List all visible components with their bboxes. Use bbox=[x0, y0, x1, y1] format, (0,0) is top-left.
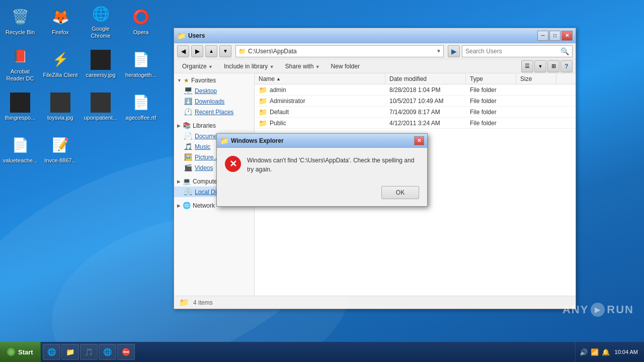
taskbar-item-security[interactable]: ⛔ bbox=[117, 344, 135, 360]
videos-icon-nav: 🎬 bbox=[184, 164, 192, 171]
dialog-title-icon: 📁 bbox=[220, 137, 228, 145]
taskbar-item-ie[interactable]: 🌐 bbox=[43, 344, 60, 360]
ie-icon: 🌐 bbox=[47, 348, 56, 356]
icon-label-chrome: Google Chrome bbox=[83, 26, 119, 39]
desktop-icon-recycle-bin[interactable]: 🗑️ Recycle Bin bbox=[0, 0, 40, 43]
computer-label: Computer bbox=[193, 178, 219, 185]
tray-icon-network[interactable]: 📶 bbox=[591, 348, 599, 356]
computer-arrow: ▶ bbox=[177, 179, 181, 184]
col-header-size[interactable]: Size bbox=[516, 73, 556, 84]
desktop-icon-careersy[interactable]: careersy.jpg bbox=[80, 43, 121, 85]
share-with-arrow: ▼ bbox=[315, 64, 320, 69]
start-button[interactable]: Start bbox=[0, 342, 41, 362]
organize-arrow: ▼ bbox=[208, 64, 213, 69]
minimize-button[interactable]: ─ bbox=[537, 31, 548, 41]
file-type-admin: File folder bbox=[466, 86, 516, 94]
desktop-icon-chrome[interactable]: 🌐 Google Chrome bbox=[80, 0, 121, 43]
folder-icon: 📁 bbox=[259, 119, 267, 127]
include-library-menu[interactable]: Include in library ▼ bbox=[219, 61, 279, 72]
table-row[interactable]: 📁 Default 7/14/2009 8:17 AM File folder bbox=[255, 107, 576, 118]
file-name-administrator: 📁 Administrator bbox=[255, 97, 385, 105]
col-header-date[interactable]: Date modified bbox=[385, 73, 466, 84]
taskbar: Start 🌐 📁 🎵 🌐 ⛔ 🔊 📶 🔔 10:04 AM bbox=[0, 342, 644, 362]
table-row[interactable]: 📁 Public 4/12/2011 3:24 AM File folder bbox=[255, 118, 576, 129]
desktop-icon-toysvia[interactable]: toysvia.jpg bbox=[40, 85, 80, 128]
media-taskbar-icon: 🎵 bbox=[85, 348, 93, 356]
anyrun-watermark: ANY ▶ RUN bbox=[562, 303, 634, 317]
desktop-icon-heratogeth[interactable]: 📄 heratogeth... bbox=[121, 43, 161, 85]
desktop-icon-opera[interactable]: ⭕ Opera bbox=[121, 0, 161, 43]
col-header-type[interactable]: Type bbox=[466, 73, 516, 84]
desktop-icon-filezilla[interactable]: ⚡ FileZilla Client bbox=[40, 43, 80, 85]
forward-button[interactable]: ▶ bbox=[191, 45, 203, 57]
libraries-label: Libraries bbox=[193, 122, 216, 129]
libraries-icon: 📚 bbox=[183, 122, 191, 129]
icon-label-firefox: Firefox bbox=[52, 29, 69, 36]
tray-icon-notification[interactable]: 🔔 bbox=[602, 348, 610, 356]
local-disk-icon-nav: 💿 bbox=[184, 188, 192, 196]
status-text: 4 items bbox=[193, 299, 213, 306]
desktop-icon-nav: 🖥️ bbox=[184, 87, 192, 95]
favorites-header[interactable]: ▼ ★ Favorites bbox=[174, 75, 254, 85]
network-icon: 🌐 bbox=[183, 202, 191, 209]
status-folder-icon: 📁 bbox=[179, 298, 189, 307]
nav-item-desktop[interactable]: 🖥️ Desktop bbox=[174, 85, 254, 96]
tray-icon-volume[interactable]: 🔊 bbox=[580, 348, 588, 356]
folder-icon: 📁 bbox=[259, 108, 267, 116]
address-bar[interactable]: 📁 C:\Users\AppData ▼ bbox=[235, 45, 444, 57]
icon-label-careersy: careersy.jpg bbox=[86, 72, 115, 78]
icon-label-agecoffee: agecoffee.rtf bbox=[126, 115, 156, 121]
icon-label-opera: Opera bbox=[133, 29, 149, 36]
organize-menu[interactable]: Organize ▼ bbox=[177, 61, 218, 72]
help-button[interactable]: ? bbox=[560, 60, 573, 72]
view-toggle-button[interactable]: ☰ bbox=[521, 60, 533, 72]
play-icon: ▶ bbox=[591, 303, 605, 317]
details-pane-button[interactable]: ⊞ bbox=[547, 60, 559, 72]
icon-label-valueteache: valueteache... bbox=[3, 157, 38, 164]
maximize-button[interactable]: □ bbox=[549, 31, 560, 41]
desktop-icon-agecoffee[interactable]: 📄 agecoffee.rtf bbox=[121, 85, 161, 128]
recent-button[interactable]: ▼ bbox=[219, 45, 231, 57]
nav-item-desktop-label: Desktop bbox=[195, 87, 217, 95]
explorer-title-icon: 📁 bbox=[177, 32, 185, 40]
ok-button[interactable]: OK bbox=[381, 186, 419, 199]
icon-label-toysvia: toysvia.jpg bbox=[47, 115, 73, 121]
desktop-icon-thingrespo[interactable]: thingrespo... bbox=[0, 85, 40, 128]
taskbar-item-media[interactable]: 🎵 bbox=[80, 344, 98, 360]
nav-item-downloads[interactable]: ⬇️ Downloads bbox=[174, 96, 254, 107]
icon-label-invce: Invce-8867... bbox=[44, 157, 76, 164]
search-input[interactable] bbox=[465, 48, 560, 55]
up-button[interactable]: ▲ bbox=[205, 45, 217, 57]
back-button[interactable]: ◀ bbox=[177, 45, 189, 57]
new-folder-button[interactable]: New folder bbox=[326, 61, 365, 72]
dialog-titlebar: 📁 Windows Explorer ✕ bbox=[217, 134, 427, 148]
search-button[interactable]: 🔍 bbox=[560, 47, 569, 55]
desktop-icon-uponpatient[interactable]: uponpatient... bbox=[80, 85, 121, 128]
taskbar-item-chrome[interactable]: 🌐 bbox=[99, 344, 116, 360]
icon-label-thingrespo: thingrespo... bbox=[5, 115, 36, 121]
table-row[interactable]: 📁 admin 8/28/2018 1:04 PM File folder bbox=[255, 84, 576, 96]
address-text: C:\Users\AppData bbox=[248, 48, 436, 55]
table-row[interactable]: 📁 Administrator 10/5/2017 10:49 AM File … bbox=[255, 96, 576, 107]
desktop-icon-acrobat[interactable]: 📕 Acrobat Reader DC bbox=[0, 43, 40, 85]
go-button[interactable]: ▶ bbox=[448, 45, 460, 57]
taskbar-item-folder[interactable]: 📁 bbox=[61, 344, 79, 360]
close-button[interactable]: ✕ bbox=[561, 31, 573, 41]
pictures-icon-nav: 🖼️ bbox=[184, 153, 192, 161]
desktop-icon-invce[interactable]: 📝 Invce-8867... bbox=[40, 128, 80, 171]
desktop-icon-valueteache[interactable]: 📄 valueteache... bbox=[0, 128, 40, 171]
favorites-label: Favorites bbox=[191, 77, 216, 84]
downloads-icon-nav: ⬇️ bbox=[184, 98, 192, 105]
search-box[interactable]: 🔍 bbox=[462, 45, 573, 57]
nav-item-recent-places[interactable]: 🕐 Recent Places bbox=[174, 107, 254, 117]
libraries-header[interactable]: ▶ 📚 Libraries bbox=[174, 120, 254, 131]
desktop-icon-firefox[interactable]: 🦊 Firefox bbox=[40, 0, 80, 43]
address-dropdown-arrow[interactable]: ▼ bbox=[436, 48, 441, 54]
dialog-close-button[interactable]: ✕ bbox=[414, 136, 424, 145]
col-header-name[interactable]: Name ▲ bbox=[255, 73, 385, 84]
share-with-menu[interactable]: Share with ▼ bbox=[280, 61, 325, 72]
error-dialog: 📁 Windows Explorer ✕ ✕ Windows can't fin… bbox=[216, 133, 428, 207]
view-dropdown-button[interactable]: ▼ bbox=[534, 60, 546, 72]
nav-item-recent-places-label: Recent Places bbox=[195, 109, 233, 116]
watermark-text: ANY bbox=[562, 303, 589, 316]
